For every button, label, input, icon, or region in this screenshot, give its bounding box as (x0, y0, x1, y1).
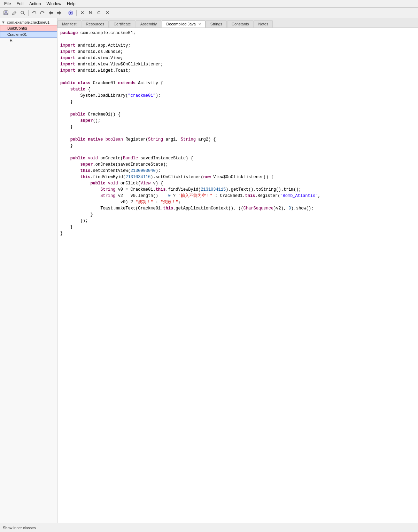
svg-point-3 (21, 11, 24, 14)
sidebar-item-label: R (10, 38, 13, 42)
svg-rect-10 (57, 12, 59, 14)
main-layout: ▼ com.example.crackme01 BuildConfig Crac… (0, 18, 418, 523)
forward-button[interactable] (55, 9, 63, 17)
tab-resources[interactable]: Resources (82, 20, 109, 27)
tree-root-label: com.example.crackme01 (7, 20, 49, 24)
tab-close-icon[interactable]: ✕ (198, 22, 201, 26)
toolbar-x2[interactable]: ✕ (103, 9, 111, 17)
sidebar: ▼ com.example.crackme01 BuildConfig Crac… (0, 18, 57, 523)
tab-notes[interactable]: Notes (254, 20, 273, 27)
tab-label: Certificate (114, 22, 131, 26)
tab-label: Constants (232, 22, 249, 26)
menu-file[interactable]: File (1, 1, 14, 7)
tab-label: Manifest (62, 22, 77, 26)
svg-rect-1 (5, 11, 7, 13)
svg-rect-8 (51, 12, 53, 14)
svg-marker-9 (59, 11, 61, 15)
sidebar-item-label: BuildConfig (7, 26, 27, 30)
code-content: package com.example.crackme01; import an… (60, 30, 415, 237)
svg-marker-7 (49, 11, 51, 15)
code-editor[interactable]: package com.example.crackme01; import an… (57, 28, 418, 523)
toolbar: ✕ N C ✕ (0, 8, 418, 18)
menu-help[interactable]: Help (64, 1, 78, 7)
tree-arrow: ▼ (1, 20, 5, 24)
search-button[interactable] (19, 9, 26, 17)
tab-label: Strings (210, 22, 222, 26)
menu-bar: File Edit Action Window Help (0, 0, 418, 8)
undo-button[interactable] (30, 9, 38, 17)
tab-label: Notes (258, 22, 269, 26)
close-btn-x[interactable]: ✕ (78, 9, 86, 17)
menu-window[interactable]: Window (44, 1, 64, 7)
toolbar-n[interactable]: N (87, 9, 94, 17)
redo-button[interactable] (39, 9, 46, 17)
show-inner-classes-label: Show inner classes (3, 526, 36, 530)
bottom-bar: Show inner classes (0, 523, 418, 532)
svg-rect-2 (4, 13, 8, 15)
back-button[interactable] (47, 9, 55, 17)
toolbar-separator-1 (28, 10, 29, 16)
tab-label: Assembly (140, 22, 157, 26)
tab-decompiled-java[interactable]: Decompiled Java ✕ (162, 20, 205, 27)
edit-button[interactable] (10, 9, 18, 17)
menu-action[interactable]: Action (26, 1, 44, 7)
sidebar-item-buildconfig[interactable]: BuildConfig (0, 25, 57, 31)
tab-constants[interactable]: Constants (227, 20, 254, 27)
toolbar-separator-3 (76, 10, 77, 16)
tab-assembly[interactable]: Assembly (136, 20, 162, 27)
content-area: Manifest Resources Certificate Assembly … (57, 18, 418, 523)
tab-label: Resources (86, 22, 104, 26)
sidebar-item-label: Crackme01 (7, 32, 27, 37)
toolbar-c[interactable]: C (95, 9, 103, 17)
tab-strings[interactable]: Strings (206, 20, 227, 27)
tab-certificate[interactable]: Certificate (109, 20, 136, 27)
menu-edit[interactable]: Edit (14, 1, 26, 7)
tab-label: Decompiled Java (166, 22, 195, 26)
tabs-bar: Manifest Resources Certificate Assembly … (57, 18, 418, 28)
tree-root[interactable]: ▼ com.example.crackme01 (0, 19, 57, 25)
toolbar-separator-2 (65, 10, 65, 16)
svg-line-4 (23, 14, 25, 15)
tab-manifest[interactable]: Manifest (57, 20, 81, 27)
sidebar-item-crackme01[interactable]: Crackme01 (0, 31, 57, 38)
sidebar-item-r[interactable]: R (0, 38, 57, 43)
save-button[interactable] (2, 9, 10, 17)
run-button[interactable] (67, 9, 75, 17)
